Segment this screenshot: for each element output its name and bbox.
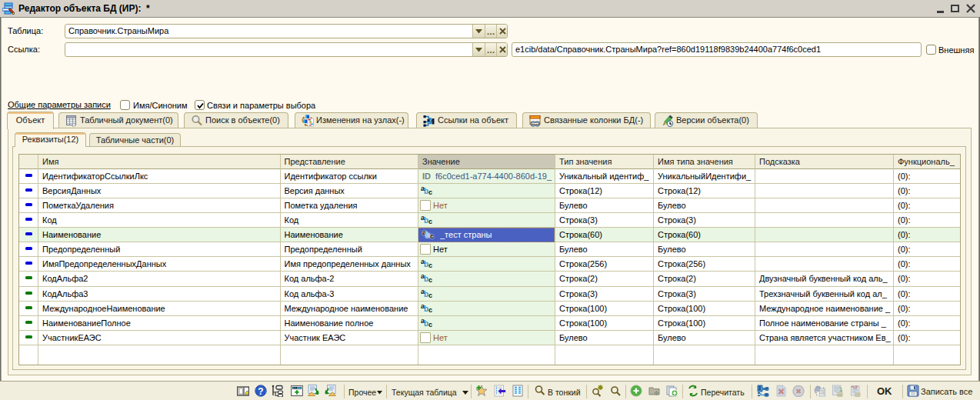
svg-text:?: ? bbox=[258, 386, 263, 397]
